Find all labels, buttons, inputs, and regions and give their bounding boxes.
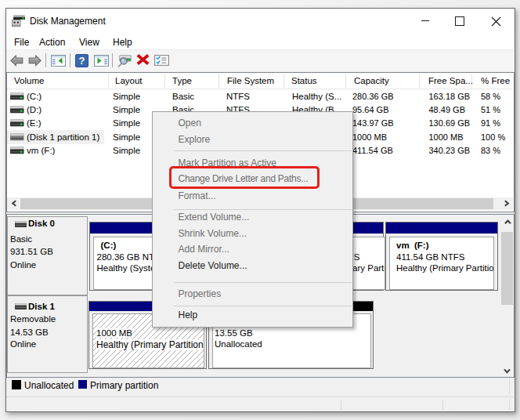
svg-text:?: ? [79, 55, 85, 67]
